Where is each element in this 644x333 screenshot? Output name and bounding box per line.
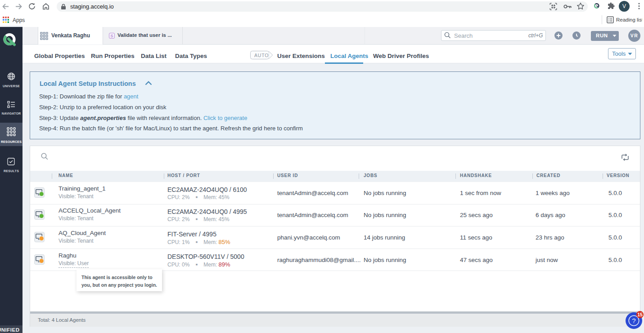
svg-text:?: ? [632, 317, 635, 324]
